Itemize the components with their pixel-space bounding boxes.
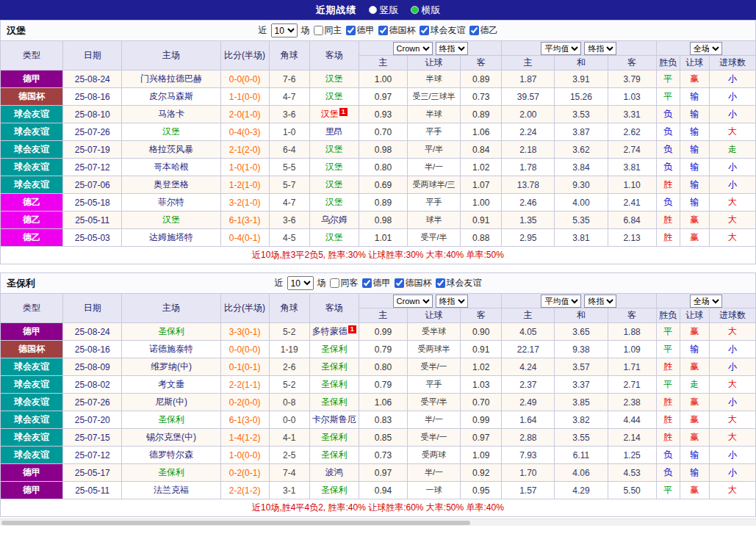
same-venue-filter[interactable]: 同客 xyxy=(330,277,359,289)
match-score[interactable]: 0-1(0-1) xyxy=(220,358,269,376)
league-checkbox[interactable] xyxy=(420,26,429,35)
away-team-link[interactable]: 汉堡 xyxy=(325,144,343,154)
away-team-link[interactable]: 波鸿 xyxy=(325,467,343,477)
average-final-select[interactable]: 终指 xyxy=(584,295,616,308)
league-filter[interactable]: 德乙 xyxy=(469,24,498,37)
league-checkbox[interactable] xyxy=(436,278,445,288)
match-score[interactable]: 6-1(3-1) xyxy=(220,212,269,229)
home-team-link[interactable]: 格拉茨风暴 xyxy=(149,144,193,154)
match-score[interactable]: 6-1(3-0) xyxy=(220,411,269,429)
away-team-link[interactable]: 汉堡 xyxy=(325,73,343,84)
away-team-link[interactable]: 卡尔斯鲁厄 xyxy=(312,414,356,424)
radio-horizontal-dot[interactable] xyxy=(411,6,419,14)
away-team-link[interactable]: 汉堡 xyxy=(325,232,343,242)
match-count-select[interactable]: 10 xyxy=(287,276,314,290)
away-team-link[interactable]: 圣保利 xyxy=(321,449,348,460)
home-team-link[interactable]: 考文垂 xyxy=(158,379,184,389)
scrollbar-thumb[interactable] xyxy=(1,521,470,525)
match-score[interactable]: 1-0(0-0) xyxy=(220,447,269,464)
away-team-link[interactable]: 汉堡 xyxy=(321,109,339,119)
home-team-link[interactable]: 维罗纳(中) xyxy=(151,361,192,372)
match-score[interactable]: 3-3(0-1) xyxy=(220,323,269,341)
match-score[interactable]: 1-2(1-0) xyxy=(220,176,269,194)
match-score[interactable]: 1-1(0-0) xyxy=(220,88,269,106)
match-score[interactable]: 0-0(0-0) xyxy=(220,341,269,358)
home-team-link[interactable]: 皮尔马森斯 xyxy=(149,91,193,101)
match-score[interactable]: 1-0(1-0) xyxy=(220,159,269,176)
away-team-link[interactable]: 汉堡 xyxy=(325,197,343,207)
home-team-link[interactable]: 德罗特尔森 xyxy=(149,449,193,460)
home-team-link[interactable]: 诺德施泰特 xyxy=(149,344,193,354)
home-team-link[interactable]: 汉堡 xyxy=(162,214,180,225)
home-team-link[interactable]: 法兰克福 xyxy=(154,485,189,495)
league-checkbox[interactable] xyxy=(378,26,388,35)
match-score[interactable]: 2-2(1-2) xyxy=(220,482,269,499)
league-filter[interactable]: 球会友谊 xyxy=(420,24,466,37)
match-score[interactable]: 1-4(1-2) xyxy=(220,429,269,447)
away-team-link[interactable]: 圣保利 xyxy=(321,344,348,354)
same-venue-checkbox[interactable] xyxy=(314,26,323,35)
match-score[interactable]: 0-4(0-1) xyxy=(220,229,269,247)
home-team-link[interactable]: 圣保利 xyxy=(158,467,184,477)
league-checkbox[interactable] xyxy=(395,278,404,288)
league-filter[interactable]: 德甲 xyxy=(362,277,391,289)
league-checkbox[interactable] xyxy=(362,278,372,288)
bookmaker-select[interactable]: Crown xyxy=(393,42,433,55)
home-team-link[interactable]: 圣保利 xyxy=(158,414,184,424)
away-team-link[interactable]: 圣保利 xyxy=(321,361,348,372)
match-score[interactable]: 0-0(0-0) xyxy=(220,71,269,88)
match-score[interactable]: 3-2(1-0) xyxy=(220,194,269,212)
full-match-select[interactable]: 全场 xyxy=(690,295,722,308)
filter-controls: 近10场同客德甲德国杯球会友谊 xyxy=(275,276,482,290)
home-team-link[interactable]: 圣保利 xyxy=(158,326,184,336)
radio-vertical-dot[interactable] xyxy=(369,6,377,14)
horizontal-scrollbar[interactable] xyxy=(0,518,756,526)
final-odds-select[interactable]: 终指 xyxy=(436,42,468,55)
away-team-link[interactable]: 汉堡 xyxy=(325,179,343,189)
match-score[interactable]: 2-2(1-1) xyxy=(220,376,269,394)
column-header: 日期 xyxy=(63,41,122,71)
home-team-link[interactable]: 哥本哈根 xyxy=(154,162,189,172)
home-team-link[interactable]: 汉堡 xyxy=(162,126,180,137)
away-team-link[interactable]: 圣保利 xyxy=(321,379,348,389)
league-checkbox[interactable] xyxy=(469,26,479,35)
match-score[interactable]: 0-4(0-3) xyxy=(220,123,269,141)
bookmaker-select[interactable]: Crown xyxy=(393,295,433,308)
away-team-link[interactable]: 圣保利 xyxy=(321,432,348,442)
away-team-link[interactable]: 里昂 xyxy=(325,126,343,137)
home-team-link[interactable]: 门兴格拉德巴赫 xyxy=(140,73,202,84)
radio-vertical[interactable]: 竖版 xyxy=(369,4,399,17)
home-team-link[interactable]: 尼斯(中) xyxy=(155,397,187,407)
league-filter[interactable]: 德国杯 xyxy=(395,277,432,289)
same-venue-filter[interactable]: 同主 xyxy=(314,24,342,37)
away-team-link[interactable]: 圣保利 xyxy=(321,485,348,495)
league-filter[interactable]: 德甲 xyxy=(346,24,375,37)
away-team-link[interactable]: 乌尔姆 xyxy=(321,214,348,225)
league-filter[interactable]: 球会友谊 xyxy=(436,277,482,289)
match-score[interactable]: 0-2(0-0) xyxy=(220,394,269,411)
away-team-link[interactable]: 圣保利 xyxy=(321,397,348,407)
full-match-select[interactable]: 全场 xyxy=(690,42,722,55)
league-checkbox[interactable] xyxy=(346,26,356,35)
average-select[interactable]: 平均值 xyxy=(541,295,581,308)
home-team-link[interactable]: 奥登堡格 xyxy=(154,179,189,189)
average-select[interactable]: 平均值 xyxy=(541,42,581,55)
home-team-link[interactable]: 马洛卡 xyxy=(158,109,184,119)
average-final-select[interactable]: 终指 xyxy=(584,42,616,55)
odds-away: 1.09 xyxy=(461,447,502,464)
home-team-link[interactable]: 菲尔特 xyxy=(158,197,184,207)
match-score[interactable]: 0-2(0-1) xyxy=(220,464,269,482)
away-team-link[interactable]: 汉堡 xyxy=(325,162,343,172)
odds-home: 1.00 xyxy=(359,71,407,88)
match-score[interactable]: 2-1(2-0) xyxy=(220,141,269,159)
match-count-select[interactable]: 10 xyxy=(271,24,298,37)
league-filter[interactable]: 德国杯 xyxy=(378,24,416,37)
away-team-link[interactable]: 汉堡 xyxy=(325,91,343,101)
match-score[interactable]: 2-0(1-0) xyxy=(220,106,269,123)
radio-horizontal[interactable]: 横版 xyxy=(411,4,441,17)
home-team-link[interactable]: 锡尔克堡(中) xyxy=(146,432,196,442)
final-odds-select[interactable]: 终指 xyxy=(436,295,468,308)
same-venue-checkbox[interactable] xyxy=(330,278,339,288)
away-team-link[interactable]: 多特蒙德 xyxy=(312,326,348,336)
home-team-link[interactable]: 达姆施塔特 xyxy=(149,232,193,242)
